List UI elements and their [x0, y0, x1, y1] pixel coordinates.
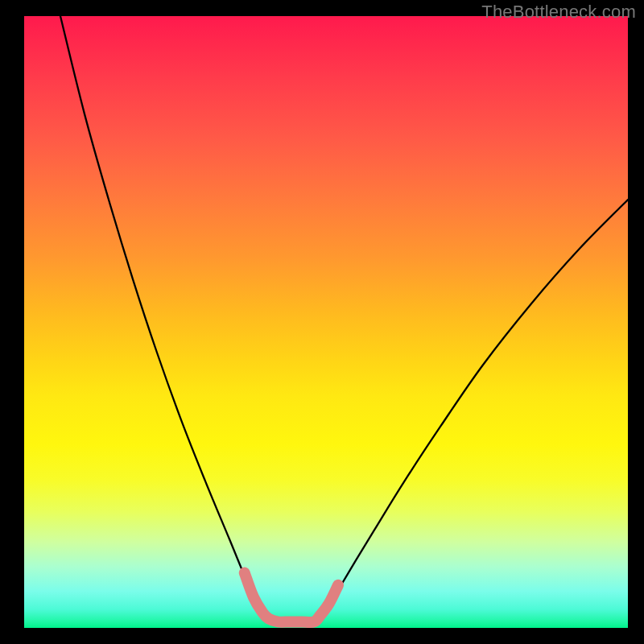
watermark-text: TheBottleneck.com: [481, 2, 636, 23]
chart-svg: [24, 16, 628, 628]
right-curve: [320, 200, 629, 621]
left-curve: [60, 16, 269, 621]
chart-plot-area: [24, 16, 628, 628]
bottom-marker: [245, 573, 338, 622]
